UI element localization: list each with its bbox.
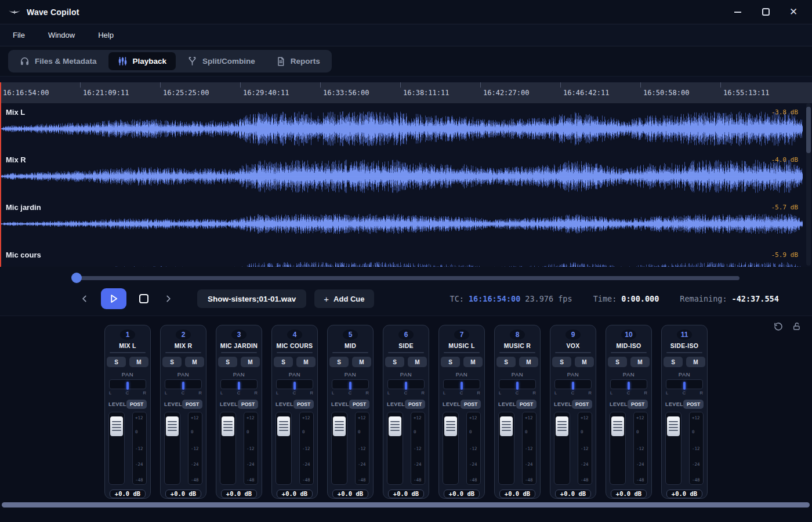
pan-handle[interactable] xyxy=(182,382,184,390)
pan-slider[interactable] xyxy=(109,379,146,389)
mute-button[interactable]: M xyxy=(519,357,538,367)
post-button[interactable]: POST xyxy=(516,400,536,409)
next-button[interactable] xyxy=(161,292,175,306)
stop-button[interactable] xyxy=(136,291,152,307)
tab-files-metadata[interactable]: Files & Metadata xyxy=(10,52,106,70)
pan-handle[interactable] xyxy=(405,382,407,390)
close-button[interactable]: ✕ xyxy=(788,6,799,18)
pan-handle[interactable] xyxy=(516,382,519,390)
solo-button[interactable]: S xyxy=(664,357,683,367)
post-button[interactable]: POST xyxy=(572,400,592,409)
horizontal-scrollbar[interactable] xyxy=(2,502,810,507)
playhead[interactable] xyxy=(0,82,1,267)
solo-button[interactable]: S xyxy=(107,357,126,367)
current-file-button[interactable]: Show-sisters;01-01.wav xyxy=(197,289,306,308)
post-button[interactable]: POST xyxy=(126,400,147,409)
mute-button[interactable]: M xyxy=(129,357,148,367)
solo-button[interactable]: S xyxy=(552,357,571,367)
menu-file[interactable]: File xyxy=(13,31,25,39)
post-button[interactable]: POST xyxy=(683,400,704,409)
mute-button[interactable]: M xyxy=(296,357,316,367)
fader-handle[interactable] xyxy=(277,416,290,436)
pan-slider[interactable] xyxy=(499,379,536,389)
seek-slider-thumb[interactable] xyxy=(71,273,82,283)
post-button[interactable]: POST xyxy=(628,400,648,409)
level-fader[interactable] xyxy=(276,412,292,485)
mute-button[interactable]: M xyxy=(352,357,371,367)
pan-slider[interactable] xyxy=(276,379,313,389)
fader-handle[interactable] xyxy=(389,416,401,436)
solo-button[interactable]: S xyxy=(385,357,404,367)
pan-handle[interactable] xyxy=(238,382,240,390)
pan-slider[interactable] xyxy=(610,379,647,389)
pan-slider[interactable] xyxy=(332,379,369,389)
minimize-button[interactable] xyxy=(732,6,744,18)
vertical-scrollbar[interactable] xyxy=(806,103,811,266)
mute-button[interactable]: M xyxy=(630,357,650,367)
post-button[interactable]: POST xyxy=(293,400,314,409)
level-fader[interactable] xyxy=(665,412,682,485)
pan-handle[interactable] xyxy=(349,382,351,390)
level-fader[interactable] xyxy=(387,412,403,485)
pan-handle[interactable] xyxy=(628,382,630,390)
tab-reports[interactable]: Reports xyxy=(267,53,329,70)
waveform[interactable] xyxy=(0,151,803,198)
pan-slider[interactable] xyxy=(165,379,202,389)
post-button[interactable]: POST xyxy=(238,400,258,409)
timeline-ruler[interactable]: 16:16:54:0016:21:09:1116:25:25:0016:29:4… xyxy=(0,82,812,103)
waveform[interactable] xyxy=(0,246,803,267)
pan-handle[interactable] xyxy=(461,382,463,390)
mute-button[interactable]: M xyxy=(686,357,705,367)
solo-button[interactable]: S xyxy=(162,357,182,367)
pan-handle[interactable] xyxy=(683,382,686,390)
pan-slider[interactable] xyxy=(666,379,703,389)
level-fader[interactable] xyxy=(331,412,347,485)
post-button[interactable]: POST xyxy=(405,400,425,409)
fader-handle[interactable] xyxy=(166,416,179,436)
fader-handle[interactable] xyxy=(110,416,123,436)
pan-handle[interactable] xyxy=(293,382,296,390)
level-fader[interactable] xyxy=(164,412,180,485)
vertical-scrollbar-thumb[interactable] xyxy=(806,107,811,153)
waveform[interactable] xyxy=(0,103,803,151)
level-fader[interactable] xyxy=(610,412,626,485)
reset-icon[interactable] xyxy=(774,322,783,331)
unlock-icon[interactable] xyxy=(792,322,802,331)
pan-slider[interactable] xyxy=(443,379,480,389)
post-button[interactable]: POST xyxy=(182,400,202,409)
menu-help[interactable]: Help xyxy=(98,31,114,39)
level-fader[interactable] xyxy=(108,412,125,485)
maximize-button[interactable] xyxy=(760,6,771,18)
pan-handle[interactable] xyxy=(126,382,129,390)
tab-playback[interactable]: Playback xyxy=(108,52,176,70)
mute-button[interactable]: M xyxy=(185,357,204,367)
fader-handle[interactable] xyxy=(333,416,346,436)
solo-button[interactable]: S xyxy=(496,357,516,367)
fader-handle[interactable] xyxy=(667,416,680,436)
fader-handle[interactable] xyxy=(222,416,234,436)
solo-button[interactable]: S xyxy=(218,357,237,367)
fader-handle[interactable] xyxy=(500,416,513,436)
mute-button[interactable]: M xyxy=(408,357,427,367)
mute-button[interactable]: M xyxy=(241,357,260,367)
solo-button[interactable]: S xyxy=(608,357,627,367)
pan-slider[interactable] xyxy=(387,379,425,389)
pan-slider[interactable] xyxy=(220,379,258,389)
mute-button[interactable]: M xyxy=(463,357,483,367)
mute-button[interactable]: M xyxy=(575,357,594,367)
previous-button[interactable] xyxy=(78,292,92,306)
fader-handle[interactable] xyxy=(444,416,457,436)
solo-button[interactable]: S xyxy=(441,357,460,367)
post-button[interactable]: POST xyxy=(349,400,369,409)
level-fader[interactable] xyxy=(554,412,570,485)
fader-handle[interactable] xyxy=(611,416,624,436)
menu-window[interactable]: Window xyxy=(48,31,75,39)
pan-handle[interactable] xyxy=(572,382,574,390)
post-button[interactable]: POST xyxy=(461,400,481,409)
add-cue-button[interactable]: + Add Cue xyxy=(314,289,374,308)
pan-slider[interactable] xyxy=(554,379,592,389)
seek-slider[interactable] xyxy=(72,276,740,280)
waveform[interactable] xyxy=(0,198,803,246)
fader-handle[interactable] xyxy=(556,416,568,436)
solo-button[interactable]: S xyxy=(274,357,293,367)
